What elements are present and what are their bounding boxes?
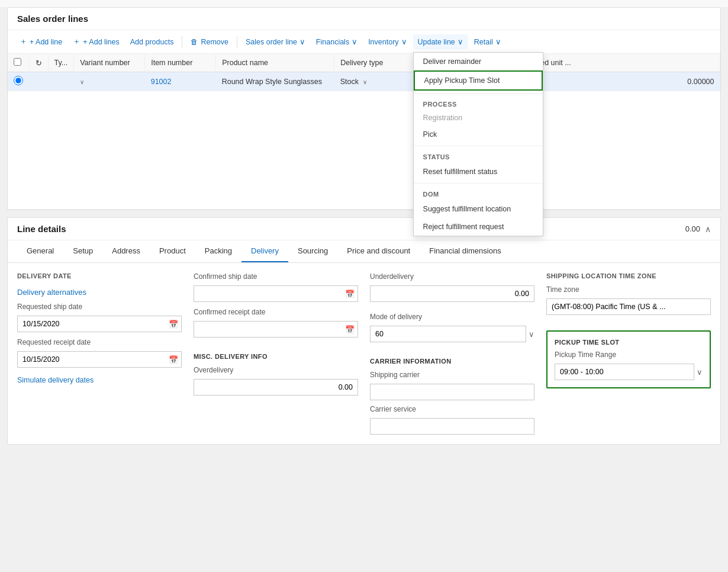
mode-of-delivery-group: Mode of delivery ∨	[370, 313, 534, 342]
calendar-icon-2[interactable]: 📅	[169, 355, 178, 364]
mode-of-delivery-chevron[interactable]: ∨	[529, 330, 534, 339]
calendar-icon-1[interactable]: 📅	[169, 320, 178, 329]
chevron-down-icon-5: ∨	[495, 37, 501, 46]
pick-item[interactable]: Pick	[414, 126, 543, 143]
variant-chevron[interactable]: ∨	[80, 79, 84, 85]
confirmed-ship-date-field: 📅	[194, 285, 358, 302]
registration-item: Registration	[414, 110, 543, 126]
header-type: Ty...	[48, 54, 74, 72]
order-lines-table: ↻ Ty... Variant number Item number Produ…	[8, 54, 720, 210]
deliver-remainder-item[interactable]: Deliver remainder	[414, 53, 543, 70]
add-products-button[interactable]: Add products	[125, 35, 179, 49]
sales-order-lines-title: Sales order lines	[17, 14, 88, 24]
requested-receipt-date-label: Requested receipt date	[17, 338, 182, 346]
empty-row	[8, 91, 720, 210]
overdelivery-input[interactable]	[194, 379, 358, 396]
sales-order-line-button[interactable]: Sales order line ∨	[241, 34, 310, 49]
select-all-checkbox[interactable]	[14, 58, 21, 66]
header-checkbox	[8, 54, 29, 72]
delivery-type-chevron[interactable]: ∨	[363, 79, 367, 85]
update-line-button[interactable]: Update line ∨	[413, 34, 468, 49]
refresh-icon[interactable]: ↻	[36, 59, 42, 68]
shipping-carrier-group: Shipping carrier	[370, 371, 534, 400]
add-line-button[interactable]: ＋ + Add line	[15, 34, 67, 50]
tab-address[interactable]: Address	[102, 240, 150, 262]
update-line-wrapper: Update line ∨ Deliver remainder Apply Pi…	[413, 34, 468, 49]
add-lines-button[interactable]: ＋ + Add lines	[68, 34, 124, 50]
pickup-time-range-label: Pickup Time Range	[555, 351, 703, 359]
pickup-time-range-input[interactable]	[555, 364, 694, 380]
row-checkbox	[8, 72, 29, 91]
calendar-icon-4[interactable]: 📅	[345, 325, 355, 334]
tab-financial-dimensions[interactable]: Financial dimensions	[420, 240, 510, 262]
underdelivery-group: Underdelivery Mode of delivery ∨ CARRIER…	[370, 272, 534, 435]
tab-delivery[interactable]: Delivery	[241, 240, 288, 262]
tab-packing[interactable]: Packing	[195, 240, 241, 262]
apply-pickup-time-slot-item[interactable]: Apply Pickup Time Slot	[414, 70, 543, 91]
order-lines-table-container: ↻ Ty... Variant number Item number Produ…	[8, 54, 720, 210]
carrier-service-input[interactable]	[370, 418, 534, 435]
row-type	[48, 72, 74, 91]
tab-price-discount[interactable]: Price and discount	[337, 240, 420, 262]
row-radio[interactable]	[14, 76, 23, 85]
delivery-date-group: DELIVERY DATE Delivery alternatives Requ…	[17, 272, 182, 435]
row-item-number: 91002	[145, 72, 216, 91]
calendar-icon-3[interactable]: 📅	[345, 290, 355, 298]
chevron-down-icon-2: ∨	[352, 37, 357, 46]
simulate-delivery-dates-link[interactable]: Simulate delivery dates	[17, 376, 182, 384]
reject-fulfillment-request-item[interactable]: Reject fulfillment request	[414, 218, 543, 236]
header-adjusted-unit: Adjusted unit ...	[514, 54, 720, 72]
confirmed-ship-date-input[interactable]	[194, 285, 358, 302]
tab-sourcing[interactable]: Sourcing	[288, 240, 337, 262]
toolbar-separator-2	[237, 36, 237, 48]
remove-icon: 🗑	[191, 38, 198, 46]
timezone-pickup-group: SHIPPING LOCATION TIME ZONE Time zone PI…	[546, 272, 711, 435]
requested-receipt-date-field: 📅	[17, 351, 182, 368]
retail-button[interactable]: Retail ∨	[469, 34, 506, 49]
carrier-info-group: CARRIER INFORMATION Shipping carrier Car…	[370, 358, 534, 435]
confirmed-ship-date-label: Confirmed ship date	[194, 272, 358, 281]
mode-of-delivery-field: ∨	[370, 326, 534, 342]
add-lines-icon: ＋	[73, 37, 80, 47]
shipping-carrier-label: Shipping carrier	[370, 371, 534, 379]
pickup-time-range-chevron[interactable]: ∨	[697, 368, 703, 377]
pickup-time-slot-title: PICKUP TIME SLOT	[555, 339, 703, 346]
sales-order-toolbar: ＋ + Add line ＋ + Add lines Add products …	[8, 30, 720, 54]
pickup-time-range-group: Pickup Time Range ∨	[555, 351, 703, 380]
remove-button[interactable]: 🗑 Remove	[186, 35, 233, 49]
dropdown-divider-2	[414, 146, 543, 146]
requested-ship-date-input[interactable]	[17, 316, 182, 332]
carrier-info-title: CARRIER INFORMATION	[370, 358, 534, 365]
inventory-button[interactable]: Inventory ∨	[363, 34, 411, 49]
pickup-time-range-field: ∨	[555, 364, 703, 380]
confirmed-receipt-date-input[interactable]	[194, 321, 358, 338]
carrier-service-group: Carrier service	[370, 405, 534, 435]
financials-button[interactable]: Financials ∨	[311, 34, 362, 49]
mode-of-delivery-input[interactable]	[370, 326, 526, 342]
line-details-section: Line details 0.00 ∧ General Setup Addres…	[7, 217, 721, 445]
shipping-timezone-group: SHIPPING LOCATION TIME ZONE Time zone	[546, 272, 711, 315]
delivery-date-section-label: DELIVERY DATE	[17, 272, 182, 279]
confirmed-receipt-date-group: Confirmed receipt date 📅	[194, 308, 358, 338]
collapse-button[interactable]: ∧	[705, 224, 711, 234]
process-section-label: PROCESS	[414, 96, 543, 110]
line-details-header: Line details 0.00 ∧	[8, 218, 720, 240]
tab-setup[interactable]: Setup	[63, 240, 102, 262]
table-row[interactable]: ∨ 91002 Round Wrap Style Sunglasses Stoc…	[8, 72, 720, 91]
suggest-fulfillment-location-item[interactable]: Suggest fulfillment location	[414, 200, 543, 218]
update-line-dropdown: Deliver remainder Apply Pickup Time Slot…	[413, 52, 543, 236]
overdelivery-group: Overdelivery	[194, 366, 358, 396]
confirmed-dates-group: Confirmed ship date 📅 Confirmed receipt …	[194, 272, 358, 435]
delivery-form: DELIVERY DATE Delivery alternatives Requ…	[8, 263, 720, 444]
underdelivery-input[interactable]	[370, 285, 534, 302]
header-variant: Variant number	[74, 54, 145, 72]
tab-product[interactable]: Product	[150, 240, 195, 262]
reset-fulfillment-status-item[interactable]: Reset fulfillment status	[414, 163, 543, 181]
shipping-carrier-input[interactable]	[370, 384, 534, 400]
underdelivery-label: Underdelivery	[370, 272, 534, 281]
delivery-alternatives-link[interactable]: Delivery alternatives	[17, 288, 182, 297]
timezone-input[interactable]	[546, 298, 711, 315]
requested-receipt-date-input[interactable]	[17, 351, 182, 368]
tab-general[interactable]: General	[17, 240, 63, 262]
requested-ship-date-group: Requested ship date 📅	[17, 303, 182, 332]
